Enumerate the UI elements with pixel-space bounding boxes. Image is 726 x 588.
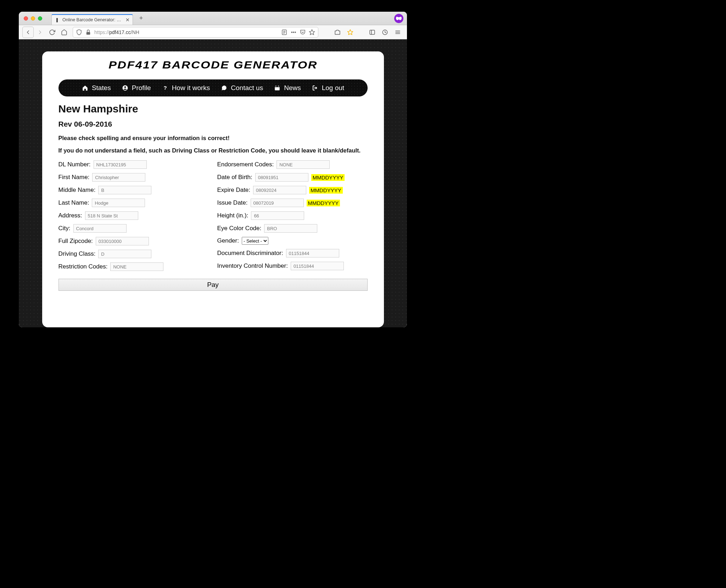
input-driving-class[interactable]: [98, 250, 151, 258]
input-address[interactable]: [85, 211, 138, 220]
warning-2: If you do not understand a field, such a…: [58, 147, 368, 154]
label-dob: Date of Birth:: [217, 174, 252, 181]
input-restriction-codes[interactable]: [110, 262, 163, 271]
svg-rect-17: [275, 86, 280, 87]
page-viewport: PDF417 BARCODE GENERATOR States Profile …: [19, 39, 407, 327]
input-date-of-birth[interactable]: [255, 173, 308, 182]
brand-title: PDF417 BARCODE GENERATOR: [30, 59, 395, 71]
user-icon: [122, 84, 129, 91]
tab-favicon: ❚: [55, 17, 60, 22]
input-first-name[interactable]: [92, 173, 145, 182]
label-zip: Full Zipcode:: [58, 238, 93, 245]
question-icon: ?: [162, 84, 169, 91]
bookmarks-toolbar-icon[interactable]: [345, 27, 356, 38]
pocket-icon[interactable]: [300, 29, 306, 35]
calendar-icon: [274, 84, 281, 91]
hint-issue-format: MMDDYYYY: [307, 200, 340, 206]
label-dl: DL Number:: [58, 161, 91, 168]
tab-title: Online Barcode Generator: PDF…: [62, 17, 123, 22]
home-icon: [82, 84, 89, 91]
nav-news[interactable]: News: [274, 84, 301, 92]
browser-window: ❚ Online Barcode Generator: PDF… ✕ +: [19, 12, 407, 327]
nav-how-it-works[interactable]: ? How it works: [162, 84, 210, 92]
logout-icon: [312, 84, 319, 91]
history-icon[interactable]: [379, 27, 391, 38]
input-expire-date[interactable]: [253, 186, 306, 194]
hint-dob-format: MMDDYYYY: [311, 174, 345, 181]
form: DL Number: First Name: Middle Name: Last…: [58, 160, 368, 271]
svg-rect-7: [370, 30, 375, 34]
label-city: City:: [58, 225, 71, 232]
label-docdisc: Document Discriminator:: [217, 250, 283, 257]
svg-point-14: [124, 86, 126, 88]
label-expire: Expire Date:: [217, 187, 251, 194]
zoom-window-button[interactable]: [38, 16, 42, 21]
chat-icon: [220, 84, 228, 91]
home-button[interactable]: [58, 27, 70, 38]
page-card: PDF417 BARCODE GENERATOR States Profile …: [42, 51, 384, 327]
label-inv: Inventory Control Number:: [217, 262, 288, 270]
svg-marker-5: [309, 29, 315, 34]
downloads-icon[interactable]: [332, 27, 343, 38]
label-height: Height (in.):: [217, 212, 248, 219]
input-dl-number[interactable]: [94, 160, 147, 169]
label-restrict: Restriction Codes:: [58, 263, 108, 270]
menu-icon[interactable]: [392, 27, 403, 38]
window-controls: [24, 16, 42, 21]
back-button[interactable]: [22, 27, 34, 38]
sidebar-icon[interactable]: [367, 27, 378, 38]
input-inventory-control-number[interactable]: [291, 262, 344, 270]
browser-toolbar: https://pdf417.cc/NH •••: [19, 25, 407, 39]
tab-close-icon[interactable]: ✕: [125, 17, 130, 23]
url-bar[interactable]: https://pdf417.cc/NH •••: [73, 27, 318, 38]
pay-button[interactable]: Pay: [58, 279, 368, 291]
page-actions-icon[interactable]: •••: [290, 29, 297, 35]
hint-expire-format: MMDDYYYY: [309, 187, 343, 194]
input-eye-color[interactable]: [264, 224, 317, 233]
input-zipcode[interactable]: [96, 237, 149, 245]
input-issue-date[interactable]: [251, 199, 304, 207]
label-eye: Eye Color Code:: [217, 225, 262, 232]
nav-profile[interactable]: Profile: [122, 84, 151, 92]
label-gender: Gender:: [217, 237, 239, 244]
new-tab-button[interactable]: +: [136, 14, 146, 23]
page-title: New Hampshire: [58, 103, 368, 115]
forward-button: [34, 27, 46, 38]
input-city[interactable]: [73, 224, 127, 233]
tracking-shield-icon[interactable]: [76, 29, 82, 35]
minimize-window-button[interactable]: [31, 16, 35, 21]
form-col-left: DL Number: First Name: Middle Name: Last…: [58, 160, 209, 271]
nav-logout[interactable]: Log out: [312, 84, 344, 92]
bookmark-star-icon[interactable]: [309, 29, 315, 35]
warning-1: Please check spelling and ensure your in…: [58, 135, 368, 142]
reader-mode-icon[interactable]: [281, 29, 287, 35]
url-text: https://pdf417.cc/NH: [94, 29, 278, 35]
revision-label: Rev 06-09-2016: [58, 120, 368, 128]
svg-marker-6: [348, 29, 353, 34]
label-first: First Name:: [58, 174, 90, 181]
nav-contact-us[interactable]: Contact us: [220, 84, 263, 92]
lock-icon[interactable]: [85, 29, 91, 35]
label-last: Last Name:: [58, 199, 89, 206]
input-document-discriminator[interactable]: [286, 249, 339, 257]
label-middle: Middle Name:: [58, 187, 96, 194]
form-col-right: Endorsement Codes: Date of Birth: MMDDYY…: [217, 160, 368, 271]
private-mode-icon: [394, 14, 403, 23]
input-last-name[interactable]: [92, 199, 145, 207]
label-issue: Issue Date:: [217, 199, 248, 206]
input-endorsement-codes[interactable]: [277, 160, 330, 169]
nav-states[interactable]: States: [82, 84, 111, 92]
titlebar: ❚ Online Barcode Generator: PDF… ✕ +: [19, 12, 407, 25]
label-address: Address:: [58, 212, 82, 219]
input-height[interactable]: [251, 211, 304, 220]
input-middle-name[interactable]: [98, 186, 151, 194]
browser-tab[interactable]: ❚ Online Barcode Generator: PDF… ✕: [51, 14, 133, 25]
label-endorse: Endorsement Codes:: [217, 161, 274, 168]
label-class: Driving Class:: [58, 250, 96, 257]
svg-text:?: ?: [163, 85, 167, 91]
close-window-button[interactable]: [24, 16, 28, 21]
svg-rect-0: [86, 32, 90, 35]
site-navbar: States Profile ? How it works Contact us…: [58, 79, 368, 96]
select-gender[interactable]: - Select -: [242, 237, 268, 245]
reload-button[interactable]: [46, 27, 58, 38]
